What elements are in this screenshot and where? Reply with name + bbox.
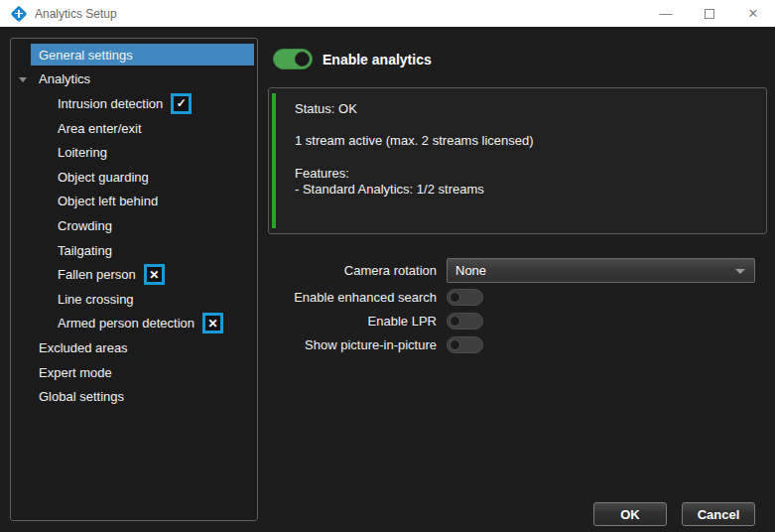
status-ok-indicator [272, 93, 276, 228]
sidebar-item-object-left-behind[interactable]: Object left behind [11, 190, 257, 214]
minimize-button[interactable]: — [644, 0, 688, 27]
close-icon: ✕ [748, 6, 759, 21]
enhanced-search-label: Enable enhanced search [268, 290, 447, 305]
sidebar-item-label: Object guarding [58, 170, 149, 185]
enable-lpr-label: Enable LPR [268, 314, 447, 329]
minimize-icon: — [660, 6, 673, 21]
sidebar-item-expert-mode[interactable]: Expert mode [11, 360, 257, 385]
app-logo-icon [11, 6, 27, 22]
features-item: - Standard Analytics: 1/2 streams [295, 182, 756, 197]
sidebar-item-general-settings[interactable]: General settings [11, 43, 257, 67]
sidebar-item-object-guarding[interactable]: Object guarding [11, 165, 257, 190]
sidebar-item-label: Object left behind [58, 194, 158, 208]
close-button[interactable]: ✕ [731, 0, 775, 27]
sidebar-item-label: Fallen person [58, 267, 136, 282]
maximize-button[interactable] [688, 0, 731, 27]
expander-down-icon[interactable] [19, 77, 27, 82]
picture-in-picture-toggle[interactable] [447, 336, 483, 353]
sidebar-item-label: Intrusion detection [58, 96, 163, 111]
status-box: Status: OK 1 stream active (max. 2 strea… [268, 87, 767, 234]
sidebar-item-line-crossing[interactable]: Line crossing [11, 287, 257, 312]
enable-lpr-toggle[interactable] [447, 313, 483, 330]
camera-rotation-select[interactable]: None [447, 258, 755, 283]
sidebar-item-label: General settings [39, 48, 133, 63]
sidebar-item-intrusion-detection[interactable]: Intrusion detection ✓ [11, 91, 257, 116]
sidebar-item-analytics[interactable]: Analytics [11, 67, 257, 92]
chevron-down-icon [735, 269, 745, 274]
features-heading: Features: [295, 166, 756, 181]
picture-in-picture-label: Show picture-in-picture [268, 337, 447, 352]
sidebar-item-label: Armed person detection [58, 316, 194, 331]
sidebar-item-fallen-person[interactable]: Fallen person ✕ [11, 262, 257, 287]
camera-rotation-value: None [455, 263, 486, 278]
sidebar-item-loitering[interactable]: Loitering [11, 140, 257, 165]
cancel-button[interactable]: Cancel [682, 502, 755, 526]
sidebar-item-area-enter-exit[interactable]: Area enter/exit [11, 116, 257, 141]
status-text: Status: OK [295, 101, 756, 116]
ok-button[interactable]: OK [593, 502, 667, 526]
sidebar-item-label: Analytics [39, 71, 90, 86]
sidebar-item-label: Loitering [58, 145, 107, 160]
sidebar-item-label: Global settings [39, 389, 124, 404]
checkmark-badge-icon[interactable]: ✓ [171, 93, 192, 114]
cross-badge-icon[interactable]: ✕ [202, 313, 223, 333]
stream-count-text: 1 stream active (max. 2 streams licensed… [295, 133, 756, 148]
sidebar-item-label: Area enter/exit [58, 121, 142, 136]
settings-form: Camera rotation None Enable enhanced sea… [268, 258, 767, 360]
sidebar-item-label: Expert mode [39, 365, 112, 380]
sidebar-item-excluded-areas[interactable]: Excluded areas [11, 335, 257, 360]
window-title: Analytics Setup [35, 7, 117, 21]
cross-badge-icon[interactable]: ✕ [144, 264, 165, 285]
sidebar-item-crowding[interactable]: Crowding [11, 213, 257, 238]
sidebar-item-tailgating[interactable]: Tailgating [11, 238, 257, 263]
titlebar: Analytics Setup — ✕ [0, 0, 775, 27]
maximize-icon [705, 9, 714, 19]
sidebar-item-label: Tailgating [58, 243, 112, 258]
enhanced-search-toggle[interactable] [447, 289, 483, 306]
camera-rotation-label: Camera rotation [268, 263, 447, 278]
enable-analytics-toggle[interactable] [273, 49, 313, 69]
settings-tree: General settings Analytics Intrusion det… [10, 38, 258, 521]
sidebar-item-label: Line crossing [58, 292, 134, 307]
sidebar-item-armed-person-detection[interactable]: Armed person detection ✕ [11, 312, 257, 336]
sidebar-item-global-settings[interactable]: Global settings [11, 384, 257, 409]
enable-analytics-label: Enable analytics [323, 52, 432, 67]
sidebar-item-label: Crowding [58, 218, 112, 233]
sidebar-item-label: Excluded areas [39, 340, 128, 355]
